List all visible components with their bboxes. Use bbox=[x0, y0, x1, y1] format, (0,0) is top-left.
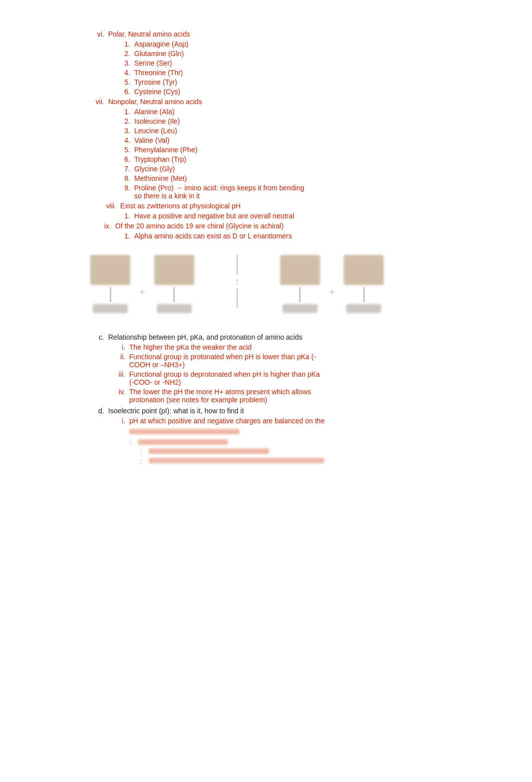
item-text-multiline: The lower the pH the more H+ atoms prese… bbox=[129, 388, 311, 404]
list-item: 1.Have a positive and negative but are o… bbox=[120, 212, 492, 220]
viii-list: 1.Have a positive and negative but are o… bbox=[120, 212, 492, 220]
c-ii-line1: Functional group is protonated when pH i… bbox=[129, 353, 316, 361]
list-item: iv. The lower the pH the more H+ atoms p… bbox=[115, 388, 492, 404]
diagram-2: + bbox=[280, 255, 384, 313]
section-ix: ix. Of the 20 amino acids 19 are chiral … bbox=[90, 222, 492, 230]
item-text: Have a positive and negative but are ove… bbox=[134, 212, 294, 220]
item-text: Glutamine (Gln) bbox=[134, 50, 184, 58]
list-item: iii. Functional group is deprotonated wh… bbox=[115, 370, 492, 386]
c-iii-line2: (-COO- or -NH2) bbox=[129, 378, 320, 386]
item-text: Tyrosine (Tyr) bbox=[134, 78, 177, 86]
item-text-multiline: Functional group is deprotonated when pH… bbox=[129, 370, 320, 386]
item-text: Leucine (Leu) bbox=[134, 127, 177, 135]
c-header: c. Relationship between pH, pKa, and pro… bbox=[90, 333, 492, 341]
diagram-area: + ↕ + bbox=[90, 255, 492, 313]
item-num: i. bbox=[115, 343, 129, 351]
section-c: c. Relationship between pH, pKa, and pro… bbox=[90, 333, 492, 404]
vi-label: vi. bbox=[90, 30, 108, 38]
ix-list: 1.Alpha amino acids can exist as D or L … bbox=[120, 232, 492, 240]
viii-title: Exist as zwitterions at physiological pH bbox=[120, 202, 240, 210]
blurred-image-2b bbox=[344, 255, 384, 313]
blurred-sub-items: 1. 2. bbox=[139, 448, 492, 465]
list-item: 6.Tryptophan (Trp) bbox=[120, 155, 492, 163]
item-num: 7. bbox=[120, 165, 134, 173]
vii-title: Nonpolar, Neutral amino acids bbox=[108, 98, 202, 106]
list-item: 4.Threonine (Thr) bbox=[120, 69, 492, 77]
blurred-sub-label: ii. bbox=[129, 438, 134, 446]
item-text: Alanine (Ala) bbox=[134, 108, 174, 116]
blurred-sub-item-1: 1. bbox=[139, 448, 492, 456]
d-label: d. bbox=[90, 407, 108, 415]
list-item: 3.Leucine (Leu) bbox=[120, 127, 492, 135]
item-num: 2. bbox=[120, 50, 134, 58]
section-vii: vii. Nonpolar, Neutral amino acids bbox=[90, 98, 492, 106]
main-content: vi. Polar, Neutral amino acids 1.Asparag… bbox=[90, 30, 492, 465]
item-num: 4. bbox=[120, 136, 134, 144]
ix-label: ix. bbox=[90, 222, 115, 230]
list-item: 7.Glycine (Gly) bbox=[120, 165, 492, 173]
item-text: Tryptophan (Trp) bbox=[134, 155, 186, 163]
item-num: 2. bbox=[120, 117, 134, 125]
section-vi: vi. Polar, Neutral amino acids bbox=[90, 30, 492, 38]
blurred-sub-line-2 bbox=[149, 458, 324, 463]
item-num: iii. bbox=[115, 370, 129, 378]
list-item: 5.Phenylalanine (Phe) bbox=[120, 146, 492, 154]
item-num: 3. bbox=[120, 127, 134, 135]
vii-label: vii. bbox=[90, 98, 108, 106]
c-ii-line2: COOH or –NH3+) bbox=[129, 361, 316, 369]
d-title: Isoelectric point (pI): what is it, how … bbox=[108, 407, 244, 415]
item-num: 8. bbox=[120, 174, 134, 182]
c-iv-line2: protonation (see notes for example probl… bbox=[129, 396, 311, 404]
c-list: i. The higher the pKa the weaker the aci… bbox=[115, 343, 492, 404]
item-text-multiline: Proline (Pro) → imino acid: rings keeps … bbox=[134, 184, 304, 200]
blurred-sub-item-2: 2. bbox=[139, 458, 492, 465]
vi-title: Polar, Neutral amino acids bbox=[108, 30, 190, 38]
item-num: 1. bbox=[120, 232, 134, 240]
item-text: Phenylalanine (Phe) bbox=[134, 146, 197, 154]
item-num: 4. bbox=[120, 69, 134, 77]
plus-sign: + bbox=[139, 287, 145, 298]
item-text: Valine (Val) bbox=[134, 136, 169, 144]
list-item: 5.Tyrosine (Tyr) bbox=[120, 78, 492, 86]
item-text: Asparagine (Asp) bbox=[134, 40, 188, 48]
item-num: 5. bbox=[120, 78, 134, 86]
item-text: Threonine (Thr) bbox=[134, 69, 183, 77]
blurred-image-1a bbox=[90, 255, 130, 313]
item-text: Glycine (Gly) bbox=[134, 165, 175, 173]
list-item: 9. Proline (Pro) → imino acid: rings kee… bbox=[120, 184, 492, 200]
list-item: i. The higher the pKa the weaker the aci… bbox=[115, 343, 492, 351]
item-text: The higher the pKa the weaker the acid bbox=[129, 343, 251, 351]
section-viii: viii. Exist as zwitterions at physiologi… bbox=[90, 202, 492, 210]
item-num: 6. bbox=[120, 155, 134, 163]
d-list: i. pH at which positive and negative cha… bbox=[115, 417, 492, 425]
list-item: ii. Functional group is protonated when … bbox=[115, 353, 492, 369]
list-item: 2.Isoleucine (Ile) bbox=[120, 117, 492, 125]
blurred-sub-row: ii. bbox=[129, 438, 492, 446]
item-text: Serine (Ser) bbox=[134, 59, 172, 67]
d-header: d. Isoelectric point (pI): what is it, h… bbox=[90, 407, 492, 415]
item-num: 1. bbox=[120, 212, 134, 220]
ix-title: Of the 20 amino acids 19 are chiral (Gly… bbox=[115, 222, 284, 230]
item-text: Isoleucine (Ile) bbox=[134, 117, 180, 125]
arrow-connector: ↕ bbox=[234, 255, 240, 308]
blurred-line-2 bbox=[138, 439, 228, 445]
c-label: c. bbox=[90, 333, 108, 341]
section-d: d. Isoelectric point (pI): what is it, h… bbox=[90, 407, 492, 465]
vi-list: 1.Asparagine (Asp) 2.Glutamine (Gln) 3.S… bbox=[120, 40, 492, 96]
blurred-image-1b bbox=[154, 255, 194, 313]
viii-label: viii. bbox=[90, 202, 120, 210]
list-item: 4.Valine (Val) bbox=[120, 136, 492, 144]
list-item: 3.Serine (Ser) bbox=[120, 59, 492, 67]
item-text: pH at which positive and negative charge… bbox=[129, 417, 325, 425]
item-num: 1. bbox=[120, 40, 134, 48]
item-num: 9. bbox=[120, 184, 134, 192]
item-num: 6. bbox=[120, 88, 134, 96]
list-item: 1.Asparagine (Asp) bbox=[120, 40, 492, 48]
plus-sign-2: + bbox=[329, 287, 335, 298]
item-num: 5. bbox=[120, 146, 134, 154]
diagram-1: + bbox=[90, 255, 194, 313]
item-num: ii. bbox=[115, 353, 129, 361]
item-text-multiline: Functional group is protonated when pH i… bbox=[129, 353, 316, 369]
blurred-image-2a bbox=[280, 255, 320, 313]
list-item: 8.Methionine (Met) bbox=[120, 174, 492, 182]
